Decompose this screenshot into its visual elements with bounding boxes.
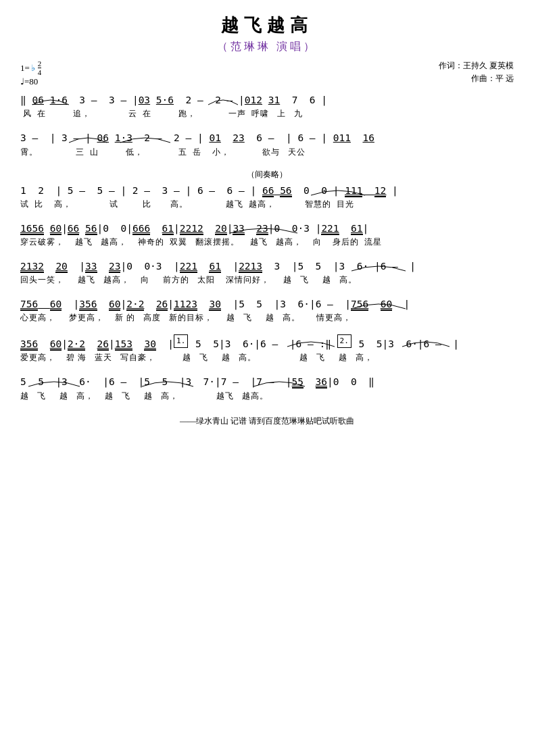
page: 越飞越高 （范琳琳 演唱） 1= ♭ 2 4 ♩=80 作词：王持久 夏英模 作… — [20, 14, 514, 427]
row3-notes: 1 2 | 5 — 5 — | 2 — 3 — | 6 — 6 — | 66 5… — [20, 183, 514, 199]
tempo-value: ♩=80 — [20, 76, 43, 87]
row5-lyrics: 回头一笑， 越飞 越高， 向 前方的 太阳 深情问好， 越 飞 越 高。 — [20, 274, 514, 286]
row4-notes: 1656 60|66 56|0 0|666 61|2212 20|33 23|0… — [20, 221, 514, 236]
row3-lyrics: 试 比 高， 试 比 高。 越飞 越高， 智慧的 目光 — [20, 199, 514, 210]
time-sig: 1= ♭ 2 4 — [20, 59, 43, 76]
row1-notes: ‖ 06 1·6 3 — 3 — |03 5·6 2 — 2 — |012 31… — [20, 93, 514, 108]
row8-lyrics: 越 飞 越 高， 越 飞 越 高， 越飞 越高。 — [20, 390, 514, 402]
score-row-7: 356 60|2·2 26|153 30 |1. 5 5|3 6·|6 — |6… — [20, 334, 514, 363]
row7-notes: 356 60|2·2 26|153 30 |1. 5 5|3 6·|6 — |6… — [20, 334, 514, 352]
interlude-label: （间奏略） — [20, 169, 514, 180]
row4-lyrics: 穿云破雾， 越飞 越高， 神奇的 双翼 翻滚摆摇。 越飞 越高， 向 身后的 流… — [20, 236, 514, 248]
lyrics-by: 作词：王持久 夏英模 — [439, 59, 514, 72]
row6-notes: 756 60 |356 60|2·2 26|1123 30 |5 5 |3 6·… — [20, 297, 514, 312]
meta-right: 作词：王持久 夏英模 作曲：平 远 — [439, 59, 514, 85]
row8-notes: 5 5 |3 6· |6 — |5 5 |3 7·|7 — |7 — |55 3… — [20, 374, 514, 390]
tempo-block: 1= ♭ 2 4 ♩=80 — [20, 59, 43, 87]
row1-lyrics: 风 在 追， 云 在 跑， 一声 呼啸 上 九 — [20, 108, 514, 120]
score-row-2: 3 — | 3 — | 06 1·3 2 — 2 — | 01 23 6 — |… — [20, 130, 514, 157]
score-row-3: 1 2 | 5 — 5 — | 2 — 3 — | 6 — 6 — | 66 5… — [20, 183, 514, 210]
music-by: 作曲：平 远 — [439, 72, 514, 85]
song-subtitle: （范琳琳 演唱） — [20, 40, 514, 54]
row6-lyrics: 心更高， 梦更高， 新 的 高度 新的目标， 越 飞 越 高。 情更高， — [20, 312, 514, 324]
score-row-1: ‖ 06 1·6 3 — 3 — |03 5·6 2 — 2 — |012 31… — [20, 93, 514, 120]
row5-notes: 2132 20 |33 23|0 0·3 |221 61 |2213 3 |5 … — [20, 259, 514, 274]
row7-lyrics: 爱更高， 碧 海 蓝天 写自豪， 越 飞 越 高。 越 飞 越 高， — [20, 352, 514, 363]
footer: ——绿水青山 记谱 请到百度范琳琳贴吧试听歌曲 — [20, 415, 514, 427]
meta-row: 1= ♭ 2 4 ♩=80 作词：王持久 夏英模 作曲：平 远 — [20, 59, 514, 87]
score-row-6: 756 60 |356 60|2·2 26|1123 30 |5 5 |3 6·… — [20, 297, 514, 324]
row2-lyrics: 霄。 三 山 低， 五 岳 小， 欲与 天公 — [20, 147, 514, 158]
score-row-5: 2132 20 |33 23|0 0·3 |221 61 |2213 3 |5 … — [20, 259, 514, 286]
song-title: 越飞越高 — [20, 14, 514, 37]
score-row-8: 5 5 |3 6· |6 — |5 5 |3 7·|7 — |7 — |55 3… — [20, 374, 514, 401]
row2-notes: 3 — | 3 — | 06 1·3 2 — 2 — | 01 23 6 — |… — [20, 130, 514, 146]
score-row-4: 1656 60|66 56|0 0|666 61|2212 20|33 23|0… — [20, 221, 514, 248]
